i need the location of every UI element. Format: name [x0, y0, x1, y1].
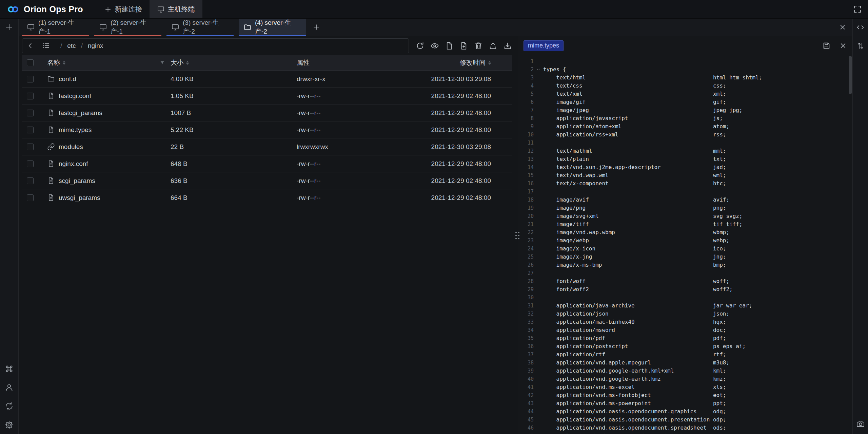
nav-host-terminal[interactable]: 主机终端	[150, 0, 202, 18]
breadcrumb-path: /etc/nginx	[54, 39, 109, 53]
download-icon[interactable]	[503, 41, 512, 50]
editor-panel: mime.types 12types {3 text/html html htm…	[518, 36, 853, 434]
file-name-cell[interactable]: modules	[38, 143, 171, 151]
close-all-icon[interactable]	[839, 23, 847, 31]
nav-new-connection[interactable]: 新建连接	[97, 0, 150, 18]
header-label: 修改时间	[460, 58, 486, 67]
upload-icon[interactable]	[489, 41, 497, 50]
file-name[interactable]: fastcgi.conf	[59, 92, 91, 100]
fold-toggle[interactable]	[534, 67, 543, 72]
row-checkbox[interactable]	[27, 76, 34, 82]
breadcrumb-separator: /	[81, 42, 83, 50]
select-all-checkbox[interactable]	[27, 59, 34, 66]
add-icon[interactable]	[4, 22, 14, 32]
file-text-icon	[47, 177, 55, 185]
brand[interactable]: Orion Ops Pro	[0, 0, 90, 18]
row-checkbox[interactable]	[27, 127, 34, 133]
file-icon[interactable]	[445, 41, 454, 50]
file-name[interactable]: modules	[59, 143, 83, 151]
code-text: text/html html htm shtml;	[543, 74, 762, 82]
tab-3[interactable]: (3) server-生产-2	[166, 18, 234, 36]
tab-1[interactable]: (1) server-生产-1	[22, 18, 89, 36]
breadcrumb-segment[interactable]: etc	[67, 42, 76, 50]
swap-vertical-icon[interactable]	[856, 36, 865, 55]
sort-icon[interactable]	[488, 61, 491, 65]
tab-status-underline	[94, 35, 161, 36]
file-name-cell[interactable]: nginx.conf	[38, 160, 171, 168]
row-checkbox-cell	[22, 110, 38, 116]
code-line: 41 application/vnd.ms-excel xls;	[518, 383, 853, 391]
close-editor-icon[interactable]	[839, 41, 847, 50]
row-checkbox[interactable]	[27, 194, 34, 201]
sort-icon[interactable]	[63, 61, 65, 65]
row-checkbox[interactable]	[27, 110, 34, 116]
filter-icon[interactable]	[159, 60, 165, 66]
file-row[interactable]: conf.d4.00 KBdrwxr-xr-x2021-12-30 03:29:…	[22, 71, 512, 88]
row-checkbox[interactable]	[27, 144, 34, 150]
file-name-cell[interactable]: fastcgi_params	[38, 109, 171, 117]
file-name-cell[interactable]: mime.types	[38, 126, 171, 134]
file-list-button[interactable]	[38, 39, 54, 53]
row-checkbox[interactable]	[27, 93, 34, 99]
file-name[interactable]: scgi_params	[59, 177, 95, 185]
tab-2[interactable]: (2) server-生产-1	[94, 18, 161, 36]
file-row[interactable]: modules22 Blrwxrwxrwx2021-12-30 03:29:08	[22, 138, 512, 155]
delete-icon[interactable]	[474, 41, 483, 50]
file-name[interactable]: uwsgi_params	[59, 194, 100, 202]
back-button[interactable]	[22, 39, 38, 53]
line-number: 2	[518, 65, 534, 74]
file-add-icon[interactable]	[459, 41, 468, 50]
topbar: Orion Ops Pro 新建连接 主机终端	[0, 0, 868, 19]
header-mtime[interactable]: 修改时间	[395, 58, 512, 67]
fullscreen-icon[interactable]	[853, 5, 862, 14]
header-name[interactable]: 名称	[38, 58, 171, 67]
line-number: 27	[518, 269, 534, 277]
folder-icon	[243, 23, 252, 31]
add-tab-icon[interactable]	[312, 23, 320, 31]
code-line: 1	[518, 57, 853, 65]
save-icon[interactable]	[822, 41, 831, 50]
file-name[interactable]: conf.d	[59, 75, 76, 83]
code-text: application/vnd.google-earth.kml+xml kml…	[543, 367, 726, 375]
split-handle[interactable]	[515, 228, 520, 243]
gear-icon[interactable]	[4, 420, 14, 430]
command-icon[interactable]	[4, 364, 14, 374]
row-checkbox[interactable]	[27, 161, 34, 167]
code-line: 36 application/postscript ps eps ai;	[518, 342, 853, 351]
file-row[interactable]: scgi_params636 B-rw-r--r--2021-12-29 02:…	[22, 172, 512, 189]
code-line: 18 image/avif avif;	[518, 196, 853, 204]
code-line: 38 application/vnd.apple.mpegurl m3u8;	[518, 359, 853, 367]
file-row[interactable]: mime.types5.22 KB-rw-r--r--2021-12-29 02…	[22, 121, 512, 138]
user-icon[interactable]	[4, 383, 14, 392]
file-name[interactable]: mime.types	[59, 126, 92, 134]
sync-icon[interactable]	[4, 401, 14, 411]
breadcrumb-segment[interactable]: nginx	[88, 42, 103, 50]
sort-icon[interactable]	[186, 61, 189, 65]
code-text: types {	[543, 65, 566, 74]
line-number: 30	[518, 294, 534, 302]
file-row[interactable]: nginx.conf648 B-rw-r--r--2021-12-29 02:4…	[22, 155, 512, 172]
file-name[interactable]: fastcgi_params	[59, 109, 102, 117]
row-checkbox[interactable]	[27, 177, 34, 184]
file-row[interactable]: uwsgi_params664 B-rw-r--r--2021-12-29 02…	[22, 189, 512, 206]
file-name-cell[interactable]: uwsgi_params	[38, 194, 171, 202]
camera-icon[interactable]	[856, 419, 865, 429]
file-name-cell[interactable]: conf.d	[38, 75, 171, 83]
preview-eye-icon[interactable]	[430, 41, 439, 50]
file-attrs: -rw-r--r--	[297, 92, 395, 100]
file-name-cell[interactable]: fastcgi.conf	[38, 92, 171, 100]
open-file-tag[interactable]: mime.types	[524, 40, 564, 51]
file-row[interactable]: fastcgi_params1007 B-rw-r--r--2021-12-29…	[22, 105, 512, 121]
file-mtime: 2021-12-30 03:29:08	[395, 143, 512, 151]
file-name[interactable]: nginx.conf	[59, 160, 88, 168]
line-number: 28	[518, 277, 534, 285]
code-icon[interactable]	[856, 18, 865, 36]
header-size[interactable]: 大小	[171, 58, 297, 67]
file-name-cell[interactable]: scgi_params	[38, 177, 171, 185]
tab-4[interactable]: (4) server-生产-2	[239, 18, 306, 36]
file-row[interactable]: fastcgi.conf1.05 KB-rw-r--r--2021-12-29 …	[22, 88, 512, 105]
editor-scrollbar[interactable]	[849, 56, 852, 94]
code-line: 26 image/x-ms-bmp bmp;	[518, 261, 853, 269]
code-editor[interactable]: 12types {3 text/html html htm shtml;4 te…	[518, 55, 853, 434]
reload-icon[interactable]	[416, 41, 425, 50]
